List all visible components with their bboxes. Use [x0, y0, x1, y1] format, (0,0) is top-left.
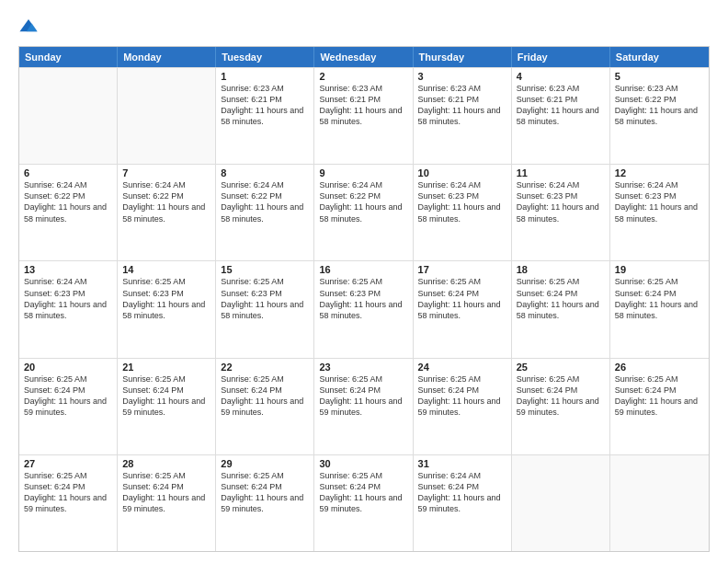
day-info: Sunrise: 6:25 AM Sunset: 6:24 PM Dayligh… [221, 470, 309, 515]
cal-cell: 3Sunrise: 6:23 AM Sunset: 6:21 PM Daylig… [414, 68, 512, 164]
cal-cell: 16Sunrise: 6:25 AM Sunset: 6:23 PM Dayli… [314, 261, 413, 357]
header-day-friday: Friday [512, 47, 610, 67]
day-number: 4 [517, 71, 605, 82]
calendar: SundayMondayTuesdayWednesdayThursdayFrid… [18, 46, 710, 552]
day-info: Sunrise: 6:23 AM Sunset: 6:22 PM Dayligh… [615, 83, 704, 128]
cal-cell: 4Sunrise: 6:23 AM Sunset: 6:21 PM Daylig… [512, 68, 610, 164]
week-row-3: 13Sunrise: 6:24 AM Sunset: 6:23 PM Dayli… [19, 260, 709, 357]
day-info: Sunrise: 6:25 AM Sunset: 6:24 PM Dayligh… [221, 373, 309, 419]
day-info: Sunrise: 6:25 AM Sunset: 6:24 PM Dayligh… [319, 470, 407, 515]
day-number: 3 [418, 71, 506, 82]
week-row-5: 27Sunrise: 6:25 AM Sunset: 6:24 PM Dayli… [19, 454, 709, 551]
day-info: Sunrise: 6:24 AM Sunset: 6:23 PM Dayligh… [24, 276, 112, 321]
cal-cell: 6Sunrise: 6:24 AM Sunset: 6:22 PM Daylig… [19, 165, 118, 260]
cal-cell: 2Sunrise: 6:23 AM Sunset: 6:21 PM Daylig… [314, 68, 413, 164]
day-info: Sunrise: 6:24 AM Sunset: 6:22 PM Dayligh… [319, 179, 407, 224]
day-info: Sunrise: 6:25 AM Sunset: 6:24 PM Dayligh… [24, 373, 112, 419]
day-number: 18 [517, 264, 605, 275]
day-number: 30 [319, 458, 407, 469]
cal-cell: 31Sunrise: 6:24 AM Sunset: 6:24 PM Dayli… [414, 455, 512, 551]
cal-cell: 18Sunrise: 6:25 AM Sunset: 6:24 PM Dayli… [512, 261, 610, 357]
day-info: Sunrise: 6:23 AM Sunset: 6:21 PM Dayligh… [418, 83, 506, 128]
day-number: 29 [221, 458, 309, 469]
day-info: Sunrise: 6:24 AM Sunset: 6:23 PM Dayligh… [615, 179, 704, 224]
cal-cell: 9Sunrise: 6:24 AM Sunset: 6:22 PM Daylig… [314, 165, 413, 260]
header-day-monday: Monday [118, 47, 216, 67]
day-info: Sunrise: 6:23 AM Sunset: 6:21 PM Dayligh… [517, 83, 605, 128]
cal-cell: 11Sunrise: 6:24 AM Sunset: 6:23 PM Dayli… [512, 165, 610, 260]
day-info: Sunrise: 6:24 AM Sunset: 6:23 PM Dayligh… [418, 179, 506, 224]
day-number: 21 [122, 362, 210, 373]
day-info: Sunrise: 6:25 AM Sunset: 6:23 PM Dayligh… [122, 276, 210, 321]
day-info: Sunrise: 6:25 AM Sunset: 6:23 PM Dayligh… [319, 276, 407, 321]
day-number: 15 [221, 264, 309, 275]
cal-cell: 21Sunrise: 6:25 AM Sunset: 6:24 PM Dayli… [118, 359, 216, 454]
cal-cell: 7Sunrise: 6:24 AM Sunset: 6:22 PM Daylig… [118, 165, 216, 260]
day-info: Sunrise: 6:25 AM Sunset: 6:24 PM Dayligh… [24, 470, 112, 515]
day-info: Sunrise: 6:24 AM Sunset: 6:22 PM Dayligh… [24, 179, 112, 224]
day-number: 11 [517, 167, 605, 178]
cal-cell: 17Sunrise: 6:25 AM Sunset: 6:24 PM Dayli… [414, 261, 512, 357]
week-row-1: 1Sunrise: 6:23 AM Sunset: 6:21 PM Daylig… [19, 67, 709, 164]
header-day-saturday: Saturday [610, 47, 709, 67]
day-number: 13 [24, 264, 112, 275]
page: SundayMondayTuesdayWednesdayThursdayFrid… [0, 0, 728, 563]
day-info: Sunrise: 6:25 AM Sunset: 6:24 PM Dayligh… [517, 373, 605, 419]
cal-cell [19, 68, 118, 164]
day-number: 23 [319, 362, 407, 373]
day-info: Sunrise: 6:25 AM Sunset: 6:23 PM Dayligh… [221, 276, 309, 321]
cal-cell: 27Sunrise: 6:25 AM Sunset: 6:24 PM Dayli… [19, 455, 118, 551]
cal-cell [512, 455, 610, 551]
cal-cell: 12Sunrise: 6:24 AM Sunset: 6:23 PM Dayli… [610, 165, 709, 260]
header-day-tuesday: Tuesday [216, 47, 314, 67]
header [18, 17, 710, 37]
day-number: 8 [221, 167, 309, 178]
day-info: Sunrise: 6:25 AM Sunset: 6:24 PM Dayligh… [615, 276, 704, 321]
cal-cell: 26Sunrise: 6:25 AM Sunset: 6:24 PM Dayli… [610, 359, 709, 454]
cal-cell: 10Sunrise: 6:24 AM Sunset: 6:23 PM Dayli… [414, 165, 512, 260]
cal-cell: 24Sunrise: 6:25 AM Sunset: 6:24 PM Dayli… [414, 359, 512, 454]
day-number: 12 [615, 167, 704, 178]
cal-cell: 19Sunrise: 6:25 AM Sunset: 6:24 PM Dayli… [610, 261, 709, 357]
day-number: 17 [418, 264, 506, 275]
day-number: 20 [24, 362, 112, 373]
day-number: 5 [615, 71, 704, 82]
day-number: 27 [24, 458, 112, 469]
cal-cell: 28Sunrise: 6:25 AM Sunset: 6:24 PM Dayli… [118, 455, 216, 551]
cal-cell [610, 455, 709, 551]
week-row-2: 6Sunrise: 6:24 AM Sunset: 6:22 PM Daylig… [19, 164, 709, 260]
cal-cell: 20Sunrise: 6:25 AM Sunset: 6:24 PM Dayli… [19, 359, 118, 454]
day-number: 2 [319, 71, 407, 82]
cal-cell: 1Sunrise: 6:23 AM Sunset: 6:21 PM Daylig… [216, 68, 314, 164]
day-info: Sunrise: 6:24 AM Sunset: 6:24 PM Dayligh… [418, 470, 506, 515]
cal-cell: 22Sunrise: 6:25 AM Sunset: 6:24 PM Dayli… [216, 359, 314, 454]
day-number: 31 [418, 458, 506, 469]
day-info: Sunrise: 6:25 AM Sunset: 6:24 PM Dayligh… [418, 276, 506, 321]
day-number: 25 [517, 362, 605, 373]
cal-cell: 5Sunrise: 6:23 AM Sunset: 6:22 PM Daylig… [610, 68, 709, 164]
week-row-4: 20Sunrise: 6:25 AM Sunset: 6:24 PM Dayli… [19, 358, 709, 454]
cal-cell: 30Sunrise: 6:25 AM Sunset: 6:24 PM Dayli… [314, 455, 413, 551]
day-number: 16 [319, 264, 407, 275]
cal-cell: 13Sunrise: 6:24 AM Sunset: 6:23 PM Dayli… [19, 261, 118, 357]
header-day-wednesday: Wednesday [314, 47, 413, 67]
day-info: Sunrise: 6:25 AM Sunset: 6:24 PM Dayligh… [418, 373, 506, 419]
day-info: Sunrise: 6:24 AM Sunset: 6:22 PM Dayligh… [221, 179, 309, 224]
day-number: 7 [122, 167, 210, 178]
day-number: 9 [319, 167, 407, 178]
day-info: Sunrise: 6:23 AM Sunset: 6:21 PM Dayligh… [319, 83, 407, 128]
day-number: 6 [24, 167, 112, 178]
day-number: 28 [122, 458, 210, 469]
cal-cell: 14Sunrise: 6:25 AM Sunset: 6:23 PM Dayli… [118, 261, 216, 357]
day-number: 14 [122, 264, 210, 275]
day-number: 19 [615, 264, 704, 275]
cal-cell: 8Sunrise: 6:24 AM Sunset: 6:22 PM Daylig… [216, 165, 314, 260]
header-day-sunday: Sunday [19, 47, 118, 67]
day-number: 10 [418, 167, 506, 178]
logo-icon [18, 17, 39, 37]
day-info: Sunrise: 6:25 AM Sunset: 6:24 PM Dayligh… [122, 470, 210, 515]
day-info: Sunrise: 6:25 AM Sunset: 6:24 PM Dayligh… [517, 276, 605, 321]
day-number: 22 [221, 362, 309, 373]
day-info: Sunrise: 6:25 AM Sunset: 6:24 PM Dayligh… [122, 373, 210, 419]
cal-cell: 15Sunrise: 6:25 AM Sunset: 6:23 PM Dayli… [216, 261, 314, 357]
